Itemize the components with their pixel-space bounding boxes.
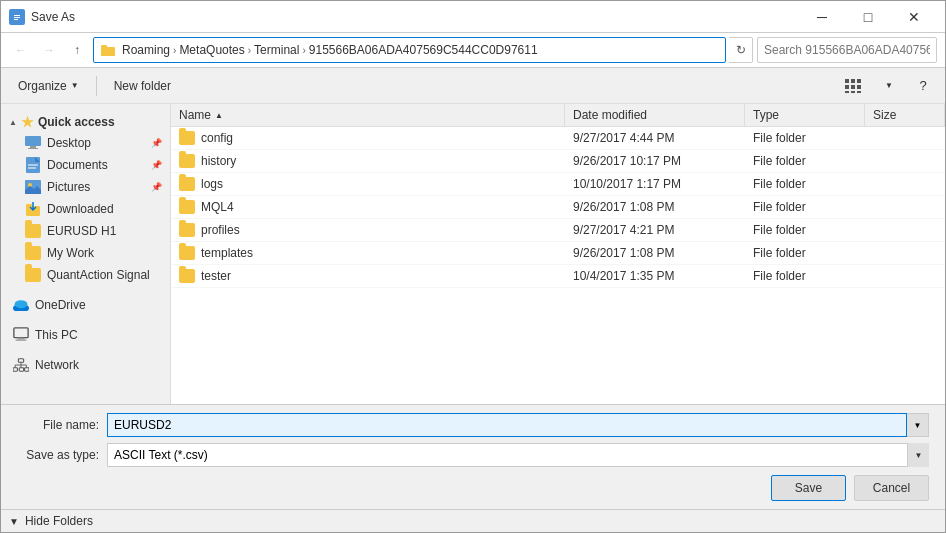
- eurusd-icon: [25, 223, 41, 239]
- sidebar-item-eurusd[interactable]: EURUSD H1: [1, 220, 170, 242]
- organize-button[interactable]: Organize ▼: [9, 72, 88, 100]
- title-bar: Save As ─ □ ✕: [1, 1, 945, 33]
- new-folder-button[interactable]: New folder: [105, 72, 180, 100]
- file-cell-date: 9/26/2017 1:08 PM: [565, 196, 745, 218]
- col-name-header[interactable]: Name ▲: [171, 104, 565, 126]
- maximize-button[interactable]: □: [845, 1, 891, 33]
- close-button[interactable]: ✕: [891, 1, 937, 33]
- file-cell-name: history: [171, 150, 565, 172]
- table-row[interactable]: MQL4 9/26/2017 1:08 PM File folder: [171, 196, 945, 219]
- svg-rect-12: [25, 136, 41, 146]
- svg-rect-10: [851, 91, 855, 93]
- save-button[interactable]: Save: [771, 475, 846, 501]
- downloaded-label: Downloaded: [47, 202, 114, 216]
- svg-rect-28: [18, 359, 23, 363]
- file-folder-icon: [179, 200, 195, 214]
- table-row[interactable]: profiles 9/27/2017 4:21 PM File folder: [171, 219, 945, 242]
- table-row[interactable]: config 9/27/2017 4:44 PM File folder: [171, 127, 945, 150]
- toolbar-separator: [96, 76, 97, 96]
- help-button[interactable]: ?: [909, 72, 937, 100]
- desktop-icon: [25, 135, 41, 151]
- up-button[interactable]: ↑: [65, 38, 89, 62]
- crumb-terminal[interactable]: Terminal: [254, 43, 299, 57]
- file-cell-type: File folder: [745, 265, 865, 287]
- pin-icon-3: 📌: [151, 182, 162, 192]
- view-dropdown-button[interactable]: ▼: [873, 72, 905, 100]
- documents-label: Documents: [47, 158, 108, 172]
- mywork-icon: [25, 245, 41, 261]
- sidebar-item-documents[interactable]: Documents 📌: [1, 154, 170, 176]
- documents-icon: [25, 157, 41, 173]
- sidebar-quick-access-header[interactable]: ▲ ★ Quick access: [1, 108, 170, 132]
- pictures-icon: [25, 179, 41, 195]
- onedrive-icon: [13, 297, 29, 313]
- back-button[interactable]: ←: [9, 38, 33, 62]
- col-date-header[interactable]: Date modified: [565, 104, 745, 126]
- sidebar-item-onedrive[interactable]: OneDrive: [1, 294, 170, 316]
- svg-rect-7: [851, 85, 855, 89]
- file-cell-type: File folder: [745, 173, 865, 195]
- svg-rect-1: [101, 47, 115, 56]
- view-button[interactable]: [837, 72, 869, 100]
- minimize-button[interactable]: ─: [799, 1, 845, 33]
- table-row[interactable]: templates 9/26/2017 1:08 PM File folder: [171, 242, 945, 265]
- file-folder-icon: [179, 223, 195, 237]
- svg-rect-11: [857, 91, 861, 93]
- window-controls: ─ □ ✕: [799, 1, 937, 33]
- file-folder-icon: [179, 269, 195, 283]
- saveas-select[interactable]: ASCII Text (*.csv): [107, 443, 929, 467]
- sidebar-item-network[interactable]: Network: [1, 354, 170, 376]
- crumb-roaming[interactable]: Roaming: [122, 43, 170, 57]
- svg-rect-3: [845, 79, 849, 83]
- svg-rect-21: [26, 204, 32, 207]
- file-cell-size: [865, 173, 945, 195]
- crumb-metaquotes[interactable]: MetaQuotes: [179, 43, 244, 57]
- quantaction-icon: [25, 267, 41, 283]
- file-cell-size: [865, 127, 945, 149]
- file-cell-date: 10/10/2017 1:17 PM: [565, 173, 745, 195]
- table-row[interactable]: history 9/26/2017 10:17 PM File folder: [171, 150, 945, 173]
- cancel-button[interactable]: Cancel: [854, 475, 929, 501]
- file-cell-type: File folder: [745, 196, 865, 218]
- file-cell-size: [865, 265, 945, 287]
- sidebar-item-thispc[interactable]: This PC: [1, 324, 170, 346]
- file-cell-date: 9/26/2017 1:08 PM: [565, 242, 745, 264]
- refresh-button[interactable]: ↻: [729, 37, 753, 63]
- table-row[interactable]: tester 10/4/2017 1:35 PM File folder: [171, 265, 945, 288]
- sidebar-item-mywork[interactable]: My Work: [1, 242, 170, 264]
- button-row: Save Cancel: [17, 473, 929, 501]
- file-folder-icon: [179, 177, 195, 191]
- sidebar-item-downloaded[interactable]: Downloaded: [1, 198, 170, 220]
- col-size-header[interactable]: Size: [865, 104, 945, 126]
- hide-folders-bar[interactable]: ▼ Hide Folders: [1, 509, 945, 532]
- svg-rect-25: [14, 328, 28, 338]
- file-cell-size: [865, 219, 945, 241]
- saveas-row: Save as type: ASCII Text (*.csv) ▼: [17, 443, 929, 467]
- bottom-area: File name: ▼ Save as type: ASCII Text (*…: [1, 404, 945, 509]
- network-label: Network: [35, 358, 79, 372]
- breadcrumb: Roaming › MetaQuotes › Terminal › 915566…: [100, 42, 538, 58]
- filename-input[interactable]: [107, 413, 907, 437]
- crumb-id[interactable]: 915566BA06ADA407569C544CC0D97611: [309, 43, 538, 57]
- forward-button[interactable]: →: [37, 38, 61, 62]
- file-cell-name: MQL4: [171, 196, 565, 218]
- svg-rect-29: [13, 368, 17, 372]
- file-cell-name: logs: [171, 173, 565, 195]
- sidebar-item-desktop[interactable]: Desktop 📌: [1, 132, 170, 154]
- address-bar[interactable]: Roaming › MetaQuotes › Terminal › 915566…: [93, 37, 726, 63]
- col-type-header[interactable]: Type: [745, 104, 865, 126]
- saveas-label: Save as type:: [17, 448, 107, 462]
- sidebar-item-quantaction[interactable]: QuantAction Signal: [1, 264, 170, 286]
- file-cell-size: [865, 150, 945, 172]
- file-cell-name: profiles: [171, 219, 565, 241]
- svg-rect-2: [101, 45, 107, 48]
- filename-dropdown-btn[interactable]: ▼: [907, 413, 929, 437]
- downloaded-icon: [25, 201, 41, 217]
- svg-rect-4: [851, 79, 855, 83]
- sidebar-item-pictures[interactable]: Pictures 📌: [1, 176, 170, 198]
- file-cell-name: tester: [171, 265, 565, 287]
- table-row[interactable]: logs 10/10/2017 1:17 PM File folder: [171, 173, 945, 196]
- saveas-select-wrapper: ASCII Text (*.csv) ▼: [107, 443, 929, 467]
- search-input[interactable]: [757, 37, 937, 63]
- sort-arrow-icon: ▲: [215, 111, 223, 120]
